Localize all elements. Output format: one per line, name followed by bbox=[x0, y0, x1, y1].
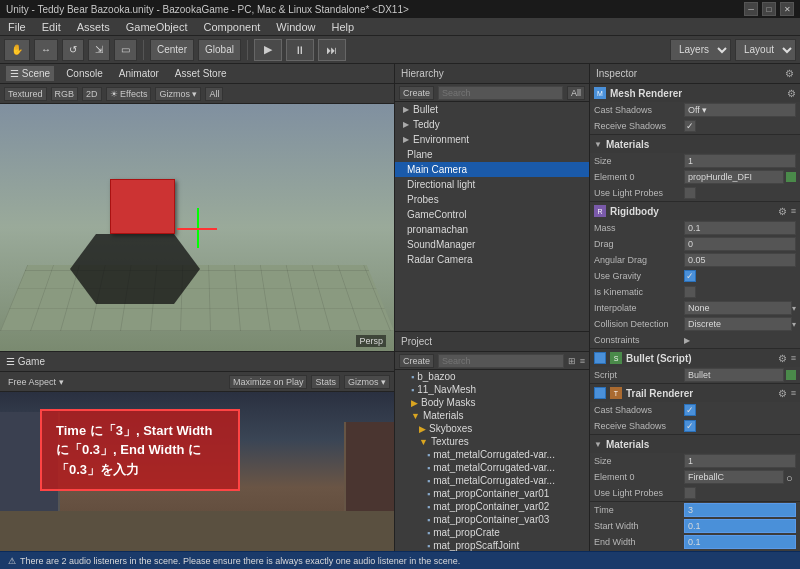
drag-value[interactable]: 0 bbox=[684, 237, 796, 251]
project-item-skyboxes[interactable]: ▶Skyboxes bbox=[395, 422, 589, 435]
project-item-navmesh[interactable]: ▪11_NavMesh bbox=[395, 383, 589, 396]
project-search-input[interactable] bbox=[438, 354, 564, 368]
project-item-container2[interactable]: ▪mat_propContainer_var02 bbox=[395, 500, 589, 513]
project-create-btn[interactable]: Create bbox=[399, 354, 434, 368]
rigidbody-settings-icon[interactable]: ≡ bbox=[791, 206, 796, 216]
layout-dropdown[interactable]: Layout bbox=[735, 39, 796, 61]
tab-scene[interactable]: ☰ Scene bbox=[6, 66, 54, 81]
hierarchy-item-main-camera[interactable]: Main Camera bbox=[395, 162, 589, 177]
tab-console[interactable]: Console bbox=[62, 66, 107, 81]
trail-cast-shadows-checkbox[interactable] bbox=[684, 404, 696, 416]
bullet-script-header[interactable]: S Bullet (Script) ⚙ ≡ bbox=[590, 349, 800, 367]
trail-receive-shadows-checkbox[interactable] bbox=[684, 420, 696, 432]
constraints-arrow[interactable]: ▶ bbox=[684, 336, 690, 345]
use-gravity-checkbox[interactable] bbox=[684, 270, 696, 282]
menu-assets[interactable]: Assets bbox=[69, 18, 118, 35]
textured-btn[interactable]: Textured bbox=[4, 87, 47, 101]
interpolate-value[interactable]: None bbox=[684, 301, 792, 315]
bullet-script-enable-checkbox[interactable] bbox=[594, 352, 606, 364]
size-value[interactable]: 1 bbox=[684, 154, 796, 168]
time-value[interactable]: 3 bbox=[684, 503, 796, 517]
hierarchy-item-directional-light[interactable]: Directional light bbox=[395, 177, 589, 192]
trail-element0-value[interactable]: FireballC bbox=[684, 470, 784, 484]
hierarchy-item-bullet[interactable]: ▶Bullet bbox=[395, 102, 589, 117]
hierarchy-item-radar-camera[interactable]: Radar Camera bbox=[395, 252, 589, 267]
script-value[interactable]: Bullet bbox=[684, 368, 784, 382]
project-item-container1[interactable]: ▪mat_propContainer_var01 bbox=[395, 487, 589, 500]
all-search[interactable]: All bbox=[205, 87, 223, 101]
bullet-script-settings-icon[interactable]: ≡ bbox=[791, 353, 796, 363]
trail-renderer-enable-checkbox[interactable] bbox=[594, 387, 606, 399]
move-tool[interactable]: ↔ bbox=[34, 39, 58, 61]
scene-canvas[interactable]: Persp bbox=[0, 104, 394, 351]
step-button[interactable]: ⏭ bbox=[318, 39, 346, 61]
angular-drag-value[interactable]: 0.05 bbox=[684, 253, 796, 267]
tab-game[interactable]: ☰ Game bbox=[6, 356, 45, 367]
collision-value[interactable]: Discrete bbox=[684, 317, 792, 331]
end-width-value[interactable]: 0.1 bbox=[684, 535, 796, 549]
project-item-prop-crate[interactable]: ▪mat_propCrate bbox=[395, 526, 589, 539]
pause-button[interactable]: ⏸ bbox=[286, 39, 314, 61]
rotate-tool[interactable]: ↺ bbox=[62, 39, 84, 61]
global-button[interactable]: Global bbox=[198, 39, 241, 61]
menu-window[interactable]: Window bbox=[268, 18, 323, 35]
trail-use-light-checkbox[interactable] bbox=[684, 487, 696, 499]
tab-asset-store[interactable]: Asset Store bbox=[171, 66, 231, 81]
hierarchy-item-probes[interactable]: Probes bbox=[395, 192, 589, 207]
project-icon2[interactable]: ≡ bbox=[580, 356, 585, 366]
mesh-renderer-gear[interactable]: ⚙ bbox=[787, 88, 796, 99]
project-item-mat3[interactable]: ▪mat_metalCorrugated-var... bbox=[395, 474, 589, 487]
mesh-renderer-header[interactable]: M Mesh Renderer ⚙ bbox=[590, 84, 800, 102]
project-item-scaff-joint[interactable]: ▪mat_propScaffJoint bbox=[395, 539, 589, 551]
effects-btn[interactable]: ☀ Effects bbox=[106, 87, 152, 101]
hierarchy-item-pronamachan[interactable]: pronamachan bbox=[395, 222, 589, 237]
maximize-play-btn[interactable]: Maximize on Play bbox=[229, 375, 308, 389]
trail-renderer-settings-icon[interactable]: ≡ bbox=[791, 388, 796, 398]
start-width-value[interactable]: 0.1 bbox=[684, 519, 796, 533]
hierarchy-item-soundmanager[interactable]: SoundManager bbox=[395, 237, 589, 252]
layers-dropdown[interactable]: Layers bbox=[670, 39, 731, 61]
hierarchy-item-environment[interactable]: ▶Environment bbox=[395, 132, 589, 147]
hierarchy-search-input[interactable] bbox=[438, 86, 563, 100]
cast-shadows-value[interactable]: Off ▾ bbox=[684, 103, 796, 117]
center-button[interactable]: Center bbox=[150, 39, 194, 61]
minimize-button[interactable]: ─ bbox=[744, 2, 758, 16]
project-item-container3[interactable]: ▪mat_propContainer_var03 bbox=[395, 513, 589, 526]
project-icon1[interactable]: ⊞ bbox=[568, 356, 576, 366]
close-button[interactable]: ✕ bbox=[780, 2, 794, 16]
hierarchy-item-plane[interactable]: Plane bbox=[395, 147, 589, 162]
rgb-btn[interactable]: RGB bbox=[51, 87, 79, 101]
interpolate-arrow[interactable]: ▾ bbox=[792, 304, 796, 313]
project-item-b-bazoo[interactable]: ▪b_bazoo bbox=[395, 370, 589, 383]
menu-component[interactable]: Component bbox=[195, 18, 268, 35]
game-canvas[interactable]: Time に「3」, Start Width に「0.3」, End Width… bbox=[0, 392, 394, 551]
hierarchy-item-teddy[interactable]: ▶Teddy bbox=[395, 117, 589, 132]
trail-size-value[interactable]: 1 bbox=[684, 454, 796, 468]
element0-picker[interactable] bbox=[786, 172, 796, 182]
menu-file[interactable]: File bbox=[0, 18, 34, 35]
bullet-script-gear[interactable]: ⚙ bbox=[778, 353, 787, 364]
trail-renderer-gear[interactable]: ⚙ bbox=[778, 388, 787, 399]
gizmos-btn[interactable]: Gizmos ▾ bbox=[155, 87, 201, 101]
rect-tool[interactable]: ▭ bbox=[114, 39, 137, 61]
play-button[interactable]: ▶ bbox=[254, 39, 282, 61]
2d-btn[interactable]: 2D bbox=[82, 87, 102, 101]
menu-help[interactable]: Help bbox=[323, 18, 362, 35]
use-light-checkbox[interactable] bbox=[684, 187, 696, 199]
collision-arrow[interactable]: ▾ bbox=[792, 320, 796, 329]
trail-element0-picker[interactable]: ○ bbox=[786, 472, 796, 482]
hierarchy-item-gamecontrol[interactable]: GameControl bbox=[395, 207, 589, 222]
stats-btn[interactable]: Stats bbox=[311, 375, 340, 389]
project-item-materials[interactable]: ▼Materials bbox=[395, 409, 589, 422]
trail-renderer-header[interactable]: T Trail Renderer ⚙ ≡ bbox=[590, 384, 800, 402]
scale-tool[interactable]: ⇲ bbox=[88, 39, 110, 61]
gizmos-game-btn[interactable]: Gizmos ▾ bbox=[344, 375, 390, 389]
trail-materials-header[interactable]: ▼ Materials bbox=[590, 435, 800, 453]
mass-value[interactable]: 0.1 bbox=[684, 221, 796, 235]
maximize-button[interactable]: □ bbox=[762, 2, 776, 16]
project-item-mat1[interactable]: ▪mat_metalCorrugated-var... bbox=[395, 448, 589, 461]
project-item-body-masks[interactable]: ▶Body Masks bbox=[395, 396, 589, 409]
rigidbody-header[interactable]: R Rigidbody ⚙ ≡ bbox=[590, 202, 800, 220]
project-item-textures[interactable]: ▼Textures bbox=[395, 435, 589, 448]
is-kinematic-checkbox[interactable] bbox=[684, 286, 696, 298]
